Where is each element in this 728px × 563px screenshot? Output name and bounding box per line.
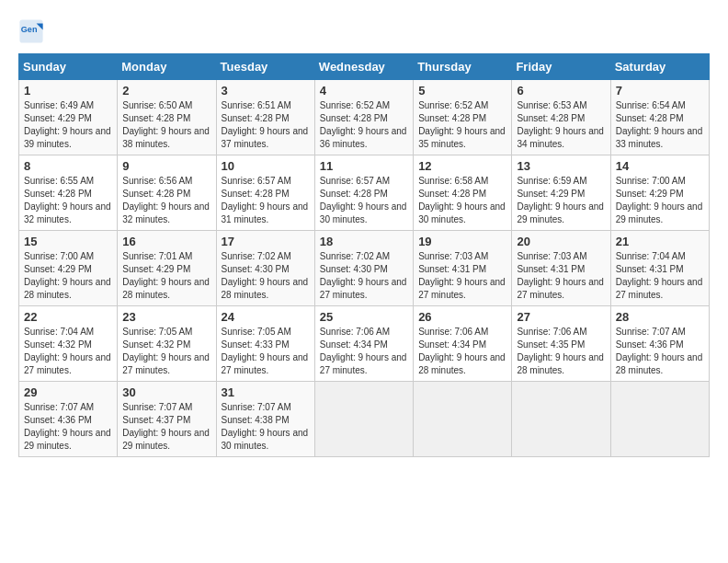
calendar-cell: 9 Sunrise: 6:56 AMSunset: 4:28 PMDayligh…	[118, 155, 216, 231]
calendar-cell: 7 Sunrise: 6:54 AMSunset: 4:28 PMDayligh…	[610, 80, 709, 155]
day-number: 2	[122, 84, 210, 98]
day-info: Sunrise: 6:55 AMSunset: 4:28 PMDaylight:…	[24, 176, 111, 224]
week-row-5: 29 Sunrise: 7:07 AMSunset: 4:36 PMDaylig…	[19, 382, 710, 457]
day-number: 31	[222, 385, 310, 399]
day-number: 15	[24, 235, 112, 248]
calendar-cell: 23 Sunrise: 7:05 AMSunset: 4:32 PMDaylig…	[118, 306, 216, 382]
day-number: 16	[122, 235, 210, 248]
day-info: Sunrise: 6:58 AMSunset: 4:28 PMDaylight:…	[418, 176, 506, 224]
day-info: Sunrise: 7:06 AMSunset: 4:35 PMDaylight:…	[517, 327, 604, 375]
day-number: 17	[222, 235, 310, 248]
day-info: Sunrise: 6:50 AMSunset: 4:28 PMDaylight:…	[122, 100, 210, 149]
day-info: Sunrise: 6:52 AMSunset: 4:28 PMDaylight:…	[418, 100, 506, 149]
day-info: Sunrise: 6:57 AMSunset: 4:28 PMDaylight:…	[222, 176, 309, 224]
logo-icon: Gen	[18, 18, 44, 44]
day-info: Sunrise: 6:53 AMSunset: 4:28 PMDaylight:…	[517, 100, 604, 149]
day-number: 30	[122, 385, 210, 399]
calendar-cell: 19 Sunrise: 7:03 AMSunset: 4:31 PMDaylig…	[414, 231, 512, 306]
day-info: Sunrise: 7:06 AMSunset: 4:34 PMDaylight:…	[320, 327, 407, 375]
calendar-cell: 13 Sunrise: 6:59 AMSunset: 4:29 PMDaylig…	[512, 155, 610, 231]
day-info: Sunrise: 7:02 AMSunset: 4:30 PMDaylight:…	[222, 251, 309, 300]
calendar-cell: 1 Sunrise: 6:49 AMSunset: 4:29 PMDayligh…	[19, 80, 118, 155]
calendar-cell: 21 Sunrise: 7:04 AMSunset: 4:31 PMDaylig…	[610, 231, 709, 306]
day-number: 24	[222, 310, 310, 324]
day-info: Sunrise: 7:03 AMSunset: 4:31 PMDaylight:…	[517, 251, 604, 300]
calendar-cell: 2 Sunrise: 6:50 AMSunset: 4:28 PMDayligh…	[118, 80, 216, 155]
day-header-tuesday: Tuesday	[216, 54, 314, 80]
day-number: 23	[122, 310, 210, 324]
day-info: Sunrise: 7:00 AMSunset: 4:29 PMDaylight:…	[24, 251, 111, 300]
calendar-cell: 25 Sunrise: 7:06 AMSunset: 4:34 PMDaylig…	[314, 306, 413, 382]
day-number: 7	[616, 84, 704, 98]
day-info: Sunrise: 6:54 AMSunset: 4:28 PMDaylight:…	[616, 100, 703, 149]
calendar-cell: 14 Sunrise: 7:00 AMSunset: 4:29 PMDaylig…	[610, 155, 709, 231]
day-number: 20	[517, 235, 605, 248]
day-header-sunday: Sunday	[19, 54, 118, 80]
day-number: 21	[616, 235, 704, 248]
day-info: Sunrise: 7:05 AMSunset: 4:32 PMDaylight:…	[122, 327, 210, 375]
day-header-monday: Monday	[118, 54, 216, 80]
calendar-cell: 28 Sunrise: 7:07 AMSunset: 4:36 PMDaylig…	[610, 306, 709, 382]
day-info: Sunrise: 6:59 AMSunset: 4:29 PMDaylight:…	[517, 176, 604, 224]
day-info: Sunrise: 7:07 AMSunset: 4:37 PMDaylight:…	[122, 402, 210, 451]
calendar-cell: 29 Sunrise: 7:07 AMSunset: 4:36 PMDaylig…	[19, 382, 118, 457]
calendar-cell: 31 Sunrise: 7:07 AMSunset: 4:38 PMDaylig…	[216, 382, 314, 457]
day-info: Sunrise: 6:49 AMSunset: 4:29 PMDaylight:…	[24, 100, 111, 149]
day-number: 3	[222, 84, 310, 98]
day-number: 5	[418, 84, 506, 98]
day-info: Sunrise: 7:01 AMSunset: 4:29 PMDaylight:…	[122, 251, 210, 300]
day-number: 26	[418, 310, 506, 324]
day-number: 18	[320, 235, 408, 248]
day-number: 14	[616, 159, 704, 173]
calendar-cell: 22 Sunrise: 7:04 AMSunset: 4:32 PMDaylig…	[19, 306, 118, 382]
calendar-cell: 4 Sunrise: 6:52 AMSunset: 4:28 PMDayligh…	[314, 80, 413, 155]
calendar-cell: 10 Sunrise: 6:57 AMSunset: 4:28 PMDaylig…	[216, 155, 314, 231]
day-info: Sunrise: 6:51 AMSunset: 4:28 PMDaylight:…	[222, 100, 309, 149]
day-header-saturday: Saturday	[610, 54, 709, 80]
calendar-cell: 3 Sunrise: 6:51 AMSunset: 4:28 PMDayligh…	[216, 80, 314, 155]
day-number: 11	[320, 159, 408, 173]
day-info: Sunrise: 6:52 AMSunset: 4:28 PMDaylight:…	[320, 100, 407, 149]
day-header-friday: Friday	[512, 54, 610, 80]
calendar-cell: 30 Sunrise: 7:07 AMSunset: 4:37 PMDaylig…	[118, 382, 216, 457]
day-info: Sunrise: 7:04 AMSunset: 4:32 PMDaylight:…	[24, 327, 111, 375]
day-number: 9	[122, 159, 210, 173]
calendar-cell	[512, 382, 610, 457]
day-info: Sunrise: 7:07 AMSunset: 4:38 PMDaylight:…	[222, 402, 309, 451]
header: Gen	[18, 18, 710, 44]
logo: Gen	[18, 18, 48, 44]
calendar-table: SundayMondayTuesdayWednesdayThursdayFrid…	[18, 53, 710, 457]
week-row-2: 8 Sunrise: 6:55 AMSunset: 4:28 PMDayligh…	[19, 155, 710, 231]
calendar-cell: 6 Sunrise: 6:53 AMSunset: 4:28 PMDayligh…	[512, 80, 610, 155]
day-number: 1	[24, 84, 112, 98]
day-number: 27	[517, 310, 605, 324]
calendar-cell: 16 Sunrise: 7:01 AMSunset: 4:29 PMDaylig…	[118, 231, 216, 306]
week-row-4: 22 Sunrise: 7:04 AMSunset: 4:32 PMDaylig…	[19, 306, 710, 382]
calendar-cell: 20 Sunrise: 7:03 AMSunset: 4:31 PMDaylig…	[512, 231, 610, 306]
day-info: Sunrise: 7:02 AMSunset: 4:30 PMDaylight:…	[320, 251, 407, 300]
header-row: SundayMondayTuesdayWednesdayThursdayFrid…	[19, 54, 710, 80]
day-number: 29	[24, 385, 112, 399]
day-header-wednesday: Wednesday	[314, 54, 413, 80]
day-number: 28	[616, 310, 704, 324]
calendar-cell	[414, 382, 512, 457]
day-info: Sunrise: 7:07 AMSunset: 4:36 PMDaylight:…	[24, 402, 111, 451]
calendar-cell: 8 Sunrise: 6:55 AMSunset: 4:28 PMDayligh…	[19, 155, 118, 231]
day-number: 13	[517, 159, 605, 173]
calendar-cell	[610, 382, 709, 457]
calendar-cell: 12 Sunrise: 6:58 AMSunset: 4:28 PMDaylig…	[414, 155, 512, 231]
day-info: Sunrise: 7:05 AMSunset: 4:33 PMDaylight:…	[222, 327, 309, 375]
calendar-cell: 17 Sunrise: 7:02 AMSunset: 4:30 PMDaylig…	[216, 231, 314, 306]
calendar-cell: 24 Sunrise: 7:05 AMSunset: 4:33 PMDaylig…	[216, 306, 314, 382]
day-number: 4	[320, 84, 408, 98]
calendar-cell: 15 Sunrise: 7:00 AMSunset: 4:29 PMDaylig…	[19, 231, 118, 306]
day-number: 25	[320, 310, 408, 324]
day-number: 6	[517, 84, 605, 98]
day-number: 10	[222, 159, 310, 173]
calendar-cell: 27 Sunrise: 7:06 AMSunset: 4:35 PMDaylig…	[512, 306, 610, 382]
day-header-thursday: Thursday	[414, 54, 512, 80]
day-info: Sunrise: 6:56 AMSunset: 4:28 PMDaylight:…	[122, 176, 210, 224]
day-info: Sunrise: 7:06 AMSunset: 4:34 PMDaylight:…	[418, 327, 506, 375]
week-row-3: 15 Sunrise: 7:00 AMSunset: 4:29 PMDaylig…	[19, 231, 710, 306]
day-info: Sunrise: 7:07 AMSunset: 4:36 PMDaylight:…	[616, 327, 703, 375]
